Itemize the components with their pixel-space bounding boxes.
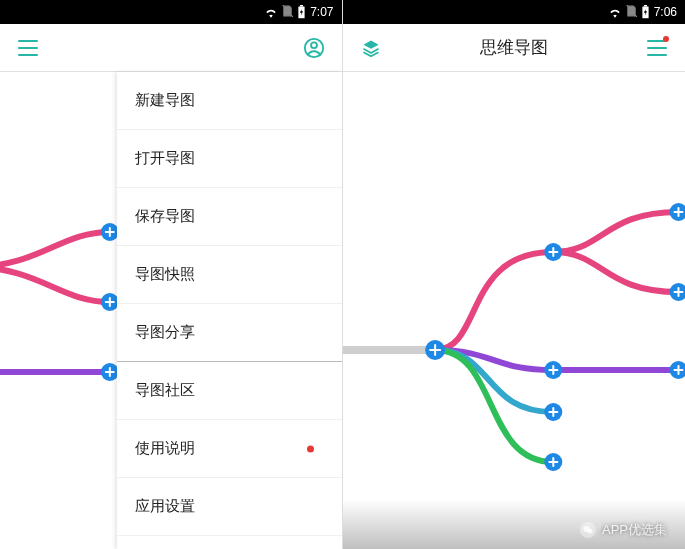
wifi-icon <box>264 6 278 18</box>
wifi-icon <box>608 6 622 18</box>
menu-item-settings[interactable]: 应用设置 <box>117 478 342 536</box>
menu-item-snapshot[interactable]: 导图快照 <box>117 246 342 304</box>
app-bar: 思维导图 <box>343 24 686 72</box>
no-sim-icon <box>282 5 293 20</box>
menu-item-label: 应用设置 <box>135 497 195 516</box>
svg-point-6 <box>311 42 317 48</box>
node-root[interactable] <box>425 340 445 360</box>
menu-item-share[interactable]: 导图分享 <box>117 304 342 362</box>
svg-rect-1 <box>300 5 303 7</box>
svg-point-24 <box>587 529 592 534</box>
screen-right: 7:06 思维导图 <box>343 0 686 549</box>
node-add-icon[interactable] <box>544 453 562 471</box>
menu-item-label: 导图社区 <box>135 381 195 400</box>
node-add-icon[interactable] <box>669 203 685 221</box>
profile-icon[interactable] <box>298 32 330 64</box>
battery-icon <box>641 5 650 19</box>
menu-item-label: 使用说明 <box>135 439 195 458</box>
status-time: 7:07 <box>310 5 333 19</box>
no-sim-icon <box>626 5 637 20</box>
main-menu: 新建导图 打开导图 保存导图 导图快照 导图分享 导图社区 使用说明 应用设置 <box>117 72 342 549</box>
node-add-icon[interactable] <box>544 403 562 421</box>
menu-item-label: 打开导图 <box>135 149 195 168</box>
status-bar: 7:06 <box>343 0 686 24</box>
layers-icon[interactable] <box>355 32 387 64</box>
node-add-icon[interactable] <box>544 243 562 261</box>
status-time: 7:06 <box>654 5 677 19</box>
menu-item-label: 新建导图 <box>135 91 195 110</box>
hamburger-menu-button[interactable] <box>641 32 673 64</box>
hamburger-menu-button[interactable] <box>12 32 44 64</box>
status-bar: 7:07 <box>0 0 342 24</box>
menu-item-help[interactable]: 使用说明 <box>117 420 342 478</box>
screen-left: 7:07 新建导图 打开导图 保存导图 导图快照 导图分享 <box>0 0 343 549</box>
svg-rect-11 <box>644 5 647 7</box>
node-add-icon[interactable] <box>669 361 685 379</box>
watermark: APP优选集 <box>580 521 667 539</box>
menu-item-open[interactable]: 打开导图 <box>117 130 342 188</box>
menu-item-label: 导图分享 <box>135 323 195 342</box>
menu-item-save[interactable]: 保存导图 <box>117 188 342 246</box>
menu-item-new[interactable]: 新建导图 <box>117 72 342 130</box>
notification-dot-icon <box>307 445 314 452</box>
mindmap-canvas-right[interactable] <box>343 72 686 549</box>
menu-item-label: 保存导图 <box>135 207 195 226</box>
page-title: 思维导图 <box>387 36 642 59</box>
battery-icon <box>297 5 306 19</box>
menu-item-community[interactable]: 导图社区 <box>117 362 342 420</box>
wechat-icon <box>580 522 596 538</box>
notification-dot-icon <box>663 36 669 42</box>
node-add-icon[interactable] <box>544 361 562 379</box>
menu-item-label: 导图快照 <box>135 265 195 284</box>
node-add-icon[interactable] <box>669 283 685 301</box>
app-bar <box>0 24 342 72</box>
watermark-label: APP优选集 <box>602 521 667 539</box>
